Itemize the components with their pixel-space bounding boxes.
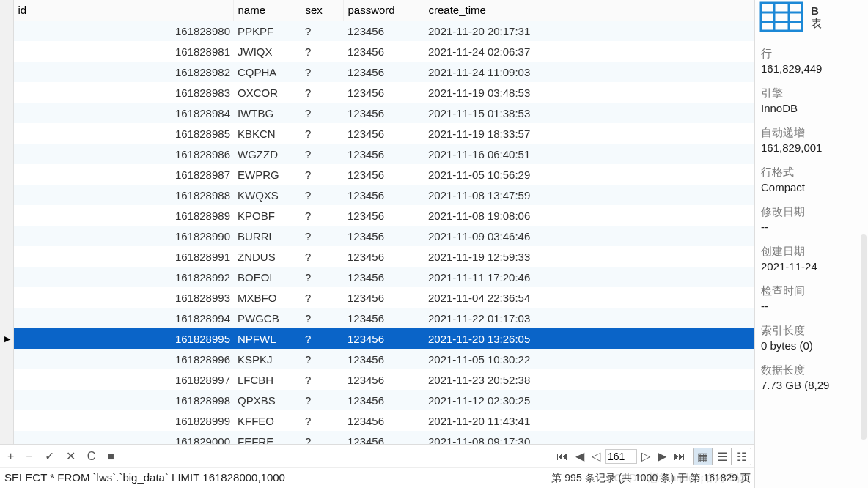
cell-ct[interactable]: 2021-11-20 13:26:05: [424, 328, 754, 349]
table-row[interactable]: 161828983OXCOR?1234562021-11-19 03:48:53: [0, 82, 754, 103]
add-row-button[interactable]: +: [4, 448, 17, 465]
cell-sex[interactable]: ?: [301, 267, 343, 287]
cell-ct[interactable]: 2021-11-15 01:38:53: [424, 103, 754, 123]
cell-id[interactable]: 161828982: [13, 62, 233, 82]
col-create-time[interactable]: create_time: [424, 0, 754, 21]
cell-id[interactable]: 161828990: [13, 226, 233, 246]
cell-sex[interactable]: ?: [301, 205, 343, 226]
table-row[interactable]: 161828987EWPRG?1234562021-11-05 10:56:29: [0, 164, 754, 185]
cell-sex[interactable]: ?: [301, 287, 343, 308]
cell-password[interactable]: 123456: [343, 287, 424, 308]
col-name[interactable]: name: [233, 0, 301, 21]
cell-name[interactable]: BOEOI: [233, 267, 301, 287]
cell-password[interactable]: 123456: [343, 226, 424, 246]
cell-name[interactable]: BURRL: [233, 226, 301, 246]
nav-record-input[interactable]: [605, 449, 637, 464]
cell-ct[interactable]: 2021-11-12 02:30:25: [424, 390, 754, 410]
cell-name[interactable]: ZNDUS: [233, 246, 301, 267]
data-grid[interactable]: id name sex password create_time 1618289…: [0, 0, 754, 444]
cell-password[interactable]: 123456: [343, 328, 424, 349]
cell-ct[interactable]: 2021-11-04 22:36:54: [424, 287, 754, 308]
cell-id[interactable]: 161828984: [13, 103, 233, 123]
cell-sex[interactable]: ?: [301, 390, 343, 410]
table-row[interactable]: 161828981JWIQX?1234562021-11-24 02:06:37: [0, 41, 754, 62]
cell-ct[interactable]: 2021-11-20 11:43:41: [424, 410, 754, 431]
nav-prev-page-button[interactable]: ◀: [573, 448, 587, 465]
cell-password[interactable]: 123456: [343, 41, 424, 62]
col-id[interactable]: id: [13, 0, 233, 21]
table-row[interactable]: 161828985KBKCN?1234562021-11-19 18:33:57: [0, 123, 754, 144]
nav-next-button[interactable]: ▷: [639, 448, 653, 465]
cell-sex[interactable]: ?: [301, 21, 343, 41]
cell-password[interactable]: 123456: [343, 390, 424, 410]
table-row[interactable]: 161828993MXBFO?1234562021-11-04 22:36:54: [0, 287, 754, 308]
apply-button[interactable]: ✓: [42, 448, 57, 465]
cell-sex[interactable]: ?: [301, 328, 343, 349]
cell-ct[interactable]: 2021-11-22 01:17:03: [424, 308, 754, 328]
cell-password[interactable]: 123456: [343, 410, 424, 431]
cell-ct[interactable]: 2021-11-11 17:20:46: [424, 267, 754, 287]
cell-name[interactable]: QPXBS: [233, 390, 301, 410]
cell-id[interactable]: 161828989: [13, 205, 233, 226]
refresh-button[interactable]: C: [84, 448, 99, 465]
cell-password[interactable]: 123456: [343, 349, 424, 369]
cell-id[interactable]: 161828985: [13, 123, 233, 144]
cell-ct[interactable]: 2021-11-20 20:17:31: [424, 21, 754, 41]
nav-prev-button[interactable]: ◁: [589, 448, 603, 465]
cell-ct[interactable]: 2021-11-19 12:59:33: [424, 246, 754, 267]
cell-ct[interactable]: 2021-11-16 06:40:51: [424, 144, 754, 164]
cell-ct[interactable]: 2021-11-08 19:08:06: [424, 205, 754, 226]
cell-name[interactable]: LFCBH: [233, 369, 301, 390]
table-row[interactable]: 161828988KWQXS?1234562021-11-08 13:47:59: [0, 185, 754, 205]
cell-id[interactable]: 161828983: [13, 82, 233, 103]
cell-name[interactable]: FEFRE: [233, 431, 301, 444]
table-row[interactable]: 161828986WGZZD?1234562021-11-16 06:40:51: [0, 144, 754, 164]
cell-sex[interactable]: ?: [301, 431, 343, 444]
cell-password[interactable]: 123456: [343, 21, 424, 41]
cell-ct[interactable]: 2021-11-05 10:56:29: [424, 164, 754, 185]
cell-name[interactable]: PPKPF: [233, 21, 301, 41]
cell-sex[interactable]: ?: [301, 82, 343, 103]
table-row[interactable]: 161828996KSPKJ?1234562021-11-05 10:30:22: [0, 349, 754, 369]
cell-ct[interactable]: 2021-11-23 20:52:38: [424, 369, 754, 390]
cell-ct[interactable]: 2021-11-08 09:17:30: [424, 431, 754, 444]
cancel-button[interactable]: ✕: [63, 448, 78, 465]
table-row[interactable]: 161828992BOEOI?1234562021-11-11 17:20:46: [0, 267, 754, 287]
cell-name[interactable]: JWIQX: [233, 41, 301, 62]
cell-ct[interactable]: 2021-11-19 18:33:57: [424, 123, 754, 144]
cell-id[interactable]: 161829000: [13, 431, 233, 444]
table-row[interactable]: ▶161828995NPFWL?1234562021-11-20 13:26:0…: [0, 328, 754, 349]
cell-id[interactable]: 161828994: [13, 308, 233, 328]
table-row[interactable]: 161828982CQPHA?1234562021-11-24 11:09:03: [0, 62, 754, 82]
cell-name[interactable]: KBKCN: [233, 123, 301, 144]
cell-id[interactable]: 161828981: [13, 41, 233, 62]
cell-sex[interactable]: ?: [301, 103, 343, 123]
nav-last-button[interactable]: ⏭: [671, 448, 688, 465]
cell-id[interactable]: 161828988: [13, 185, 233, 205]
cell-password[interactable]: 123456: [343, 123, 424, 144]
cell-name[interactable]: PWGCB: [233, 308, 301, 328]
cell-password[interactable]: 123456: [343, 62, 424, 82]
cell-name[interactable]: KPOBF: [233, 205, 301, 226]
table-row[interactable]: 161828989KPOBF?1234562021-11-08 19:08:06: [0, 205, 754, 226]
tree-view-button[interactable]: ☷: [732, 448, 751, 465]
cell-id[interactable]: 161828991: [13, 246, 233, 267]
table-row[interactable]: 161828997LFCBH?1234562021-11-23 20:52:38: [0, 369, 754, 390]
cell-id[interactable]: 161828993: [13, 287, 233, 308]
table-row[interactable]: 161829000FEFRE?1234562021-11-08 09:17:30: [0, 431, 754, 444]
table-row[interactable]: 161828994PWGCB?1234562021-11-22 01:17:03: [0, 308, 754, 328]
cell-password[interactable]: 123456: [343, 82, 424, 103]
cell-sex[interactable]: ?: [301, 41, 343, 62]
cell-sex[interactable]: ?: [301, 123, 343, 144]
cell-ct[interactable]: 2021-11-24 02:06:37: [424, 41, 754, 62]
table-row[interactable]: 161828999KFFEO?1234562021-11-20 11:43:41: [0, 410, 754, 431]
cell-password[interactable]: 123456: [343, 164, 424, 185]
cell-password[interactable]: 123456: [343, 308, 424, 328]
cell-sex[interactable]: ?: [301, 410, 343, 431]
cell-ct[interactable]: 2021-11-08 13:47:59: [424, 185, 754, 205]
cell-password[interactable]: 123456: [343, 205, 424, 226]
cell-sex[interactable]: ?: [301, 185, 343, 205]
cell-sex[interactable]: ?: [301, 369, 343, 390]
form-view-button[interactable]: ☰: [713, 448, 732, 465]
cell-sex[interactable]: ?: [301, 349, 343, 369]
